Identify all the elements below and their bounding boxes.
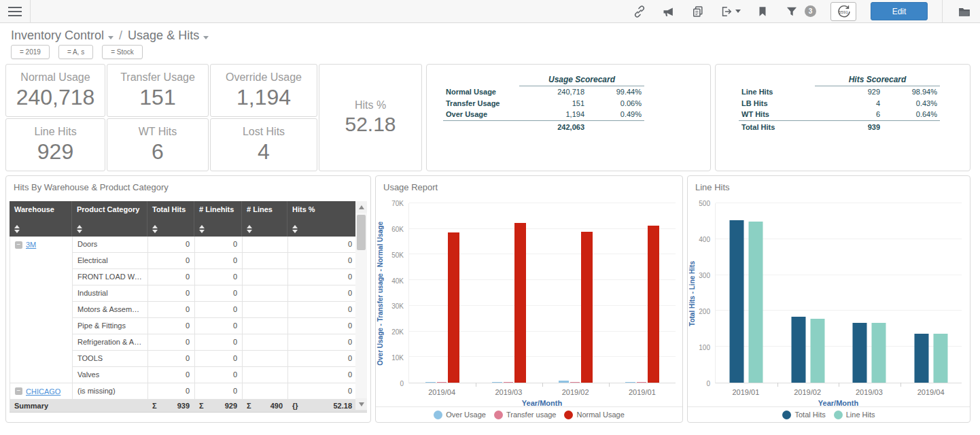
x-tick-label: 2019/01	[629, 388, 656, 396]
legend-item[interactable]: Transfer usage	[494, 411, 557, 419]
filter-chip[interactable]: = Stock	[102, 45, 143, 59]
sort-up-icon	[247, 225, 252, 228]
bar-transfer-usage[interactable]	[570, 382, 580, 383]
chevron-down-icon	[735, 10, 741, 13]
table-header-row: WarehouseProduct CategoryTotal Hits# Lin…	[10, 201, 367, 237]
table-scrollbar[interactable]	[355, 201, 367, 410]
legend-item[interactable]: Total Hits	[782, 411, 825, 419]
filter-count-badge[interactable]: 3	[805, 5, 816, 17]
megaphone-icon[interactable]	[661, 4, 676, 19]
value-cell: 0	[288, 253, 357, 269]
legend-item[interactable]: Over Usage	[434, 411, 486, 419]
warehouse-link[interactable]: 3M	[26, 241, 36, 249]
bar-transfer-usage[interactable]	[504, 382, 513, 383]
scorecard-value: 6	[815, 109, 883, 120]
export-button[interactable]	[720, 5, 741, 18]
copy-icon[interactable]	[690, 4, 705, 19]
bar-line-hits[interactable]	[749, 222, 763, 383]
bar-transfer-usage[interactable]	[437, 382, 447, 383]
collapse-icon[interactable]: −	[15, 387, 22, 395]
value-cell: 0	[148, 318, 195, 334]
bar-line-hits[interactable]	[933, 334, 947, 383]
breadcrumb-parent[interactable]: Inventory Control	[11, 29, 113, 43]
value-cell: 0	[288, 367, 357, 383]
sort-icon[interactable]	[199, 225, 205, 233]
breadcrumb-current[interactable]: Usage & Hits	[128, 29, 209, 43]
bar-normal-usage[interactable]	[448, 232, 459, 383]
y-tick-label: 10K	[391, 354, 404, 362]
value-cell: 0	[195, 367, 243, 383]
bar-total-hits[interactable]	[853, 323, 867, 383]
column-header-hits-[interactable]: Hits %	[287, 201, 357, 237]
legend-item[interactable]: Line Hits	[834, 411, 875, 419]
bar-over-usage[interactable]	[625, 382, 635, 383]
sort-icon[interactable]	[152, 225, 158, 233]
legend-item[interactable]: Normal Usage	[564, 411, 624, 419]
export-icon	[720, 5, 733, 18]
table-row: Electrical000	[10, 253, 367, 269]
bar-over-usage[interactable]	[425, 382, 436, 383]
link-icon[interactable]	[632, 4, 647, 19]
summary-cell: Σ929	[194, 400, 242, 412]
kpi-label: Transfer Usage	[120, 71, 195, 84]
bar-line-hits[interactable]	[872, 323, 886, 383]
sort-down-icon	[14, 230, 20, 233]
scroll-down-icon[interactable]	[355, 398, 367, 410]
warehouse-cell: −CHICAGO	[10, 383, 73, 400]
sort-icon[interactable]	[14, 225, 20, 233]
scorecard-value: 240,718	[519, 86, 587, 97]
column-header-warehouse[interactable]: Warehouse	[10, 201, 72, 237]
bar-normal-usage[interactable]	[581, 232, 593, 383]
bar-normal-usage[interactable]	[514, 223, 526, 383]
warehouse-link[interactable]: CHICAGO	[26, 387, 60, 396]
filter-chip[interactable]: = 2019	[11, 45, 50, 59]
history-button[interactable]: 3591	[830, 2, 856, 21]
folder-icon[interactable]	[957, 4, 972, 19]
bookmark-icon[interactable]	[755, 4, 770, 19]
bar-line-hits[interactable]	[810, 319, 824, 383]
kpi-value: 151	[139, 85, 175, 110]
edit-button[interactable]: Edit	[871, 2, 928, 20]
value-cell: 0	[195, 383, 243, 400]
sort-icon[interactable]	[292, 225, 298, 233]
x-tick-label: 2019/01	[732, 388, 759, 396]
value-cell: 0	[148, 237, 195, 253]
bar-transfer-usage[interactable]	[637, 382, 646, 383]
chart-title: Usage Report	[376, 176, 682, 192]
column-header-product-category[interactable]: Product Category	[72, 201, 147, 237]
kpi-value: 929	[37, 139, 73, 164]
menu-icon[interactable]	[0, 0, 30, 23]
scorecard-spacer	[883, 120, 940, 132]
bar-normal-usage[interactable]	[648, 226, 659, 383]
value-cell	[243, 269, 288, 285]
value-cell: 0	[148, 351, 195, 367]
bar-over-usage[interactable]	[492, 382, 502, 383]
collapse-icon[interactable]: −	[15, 241, 22, 249]
summary-value: 490	[270, 402, 283, 410]
column-header-total-hits[interactable]: Total Hits	[147, 201, 194, 237]
kpi-label: WT Hits	[139, 126, 177, 138]
scroll-up-icon[interactable]	[355, 201, 367, 213]
sort-icon[interactable]	[247, 225, 253, 233]
filter-icon[interactable]	[784, 4, 799, 19]
sort-down-icon	[199, 230, 205, 233]
column-header--linehits[interactable]: # Linehits	[194, 201, 242, 237]
aggregate-icon: Σ	[152, 402, 157, 410]
bar-total-hits[interactable]	[791, 317, 805, 383]
toolbar-actions: 3 3591 Edit	[632, 0, 980, 23]
dashboard-app: 3 3591 Edit Inventory Control / Usage &	[0, 0, 980, 435]
filter-chip[interactable]: = A, s	[58, 45, 93, 59]
bar-over-usage[interactable]	[559, 381, 569, 383]
value-cell	[243, 383, 288, 400]
bar-group	[730, 203, 763, 383]
bar-total-hits[interactable]	[730, 220, 744, 383]
column-header--lines[interactable]: # Lines	[242, 201, 287, 237]
scrollbar-thumb[interactable]	[357, 215, 366, 250]
sort-icon[interactable]	[77, 225, 83, 233]
bar-group	[853, 203, 886, 383]
legend-label: Normal Usage	[576, 411, 624, 419]
aggregate-icon: {}	[292, 402, 298, 410]
filter-control: 3	[784, 4, 816, 19]
y-tick-label: 0	[400, 380, 404, 387]
bar-total-hits[interactable]	[914, 334, 928, 383]
